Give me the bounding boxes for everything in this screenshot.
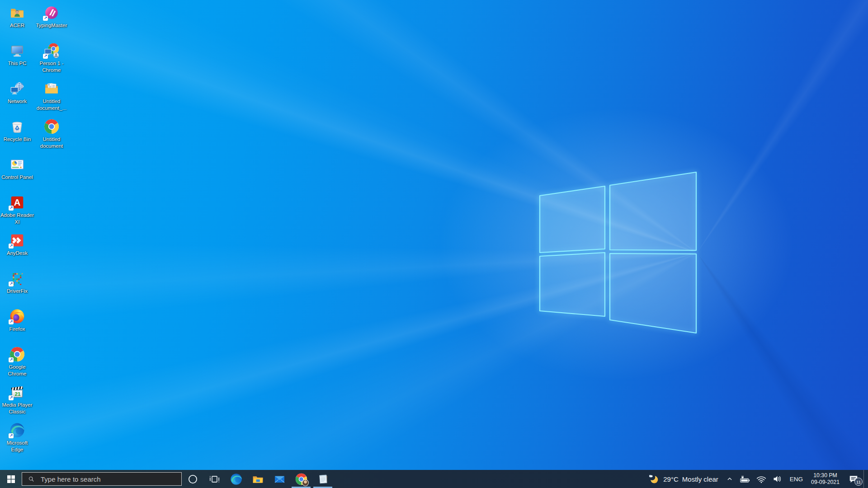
desktop-icon-label: TypingMaster xyxy=(36,22,67,29)
desktop-icon-label: ACER xyxy=(10,22,24,29)
clock[interactable]: 10:30 PM 09-09-2021 xyxy=(807,470,844,488)
weather-temperature: 29°C xyxy=(663,475,679,483)
chevron-up-icon xyxy=(725,474,735,484)
desktop-icon-label: Person 1 - Chrome xyxy=(34,60,69,73)
clock-date: 09-09-2021 xyxy=(811,479,840,486)
desktop-icon-label: Microsoft Edge xyxy=(0,440,34,453)
edge-icon xyxy=(230,473,242,485)
shortcut-arrow-icon xyxy=(9,244,14,249)
desktop-icon-google-chrome[interactable]: Google Chrome xyxy=(0,346,34,377)
doc-folder-icon xyxy=(44,81,59,96)
desktop-icon-adobe-reader[interactable]: Adobe Reader XI xyxy=(0,194,34,225)
profile-avatar-badge xyxy=(302,479,309,486)
language-indicator[interactable]: ENG xyxy=(786,470,807,488)
desktop-icon-firefox[interactable]: Firefox xyxy=(0,308,34,333)
task-view-taskbar-button[interactable] xyxy=(203,470,225,488)
mail-icon xyxy=(274,473,286,485)
shortcut-arrow-icon xyxy=(9,433,14,438)
start-button[interactable] xyxy=(0,470,22,488)
shortcut-arrow-icon xyxy=(9,395,14,400)
cortana-icon xyxy=(187,473,199,485)
desktop-icon-label: AnyDesk xyxy=(7,250,28,257)
show-hidden-icons-button[interactable] xyxy=(722,470,737,488)
desktop-icon-label: Control Panel xyxy=(1,174,33,181)
desktop-icon-typingmaster[interactable]: TypingMaster xyxy=(34,5,69,29)
desktop-icon-untitled-document-trunc[interactable]: Untitled document_... xyxy=(34,80,69,111)
desktop-icon-label: Untitled document xyxy=(34,136,69,149)
recycle-bin-icon xyxy=(9,119,25,134)
taskbar-empty-area xyxy=(334,470,643,488)
notification-count-badge: 11 xyxy=(854,478,863,486)
shortcut-arrow-icon xyxy=(43,54,48,59)
desktop-icon-network[interactable]: Network xyxy=(0,80,34,105)
desktop-icon-untitled-document[interactable]: Untitled document xyxy=(34,118,69,149)
speaker-icon xyxy=(772,473,783,485)
language-code: ENG xyxy=(790,476,803,483)
desktop-icon-label: Untitled document_... xyxy=(34,98,69,111)
show-desktop-button[interactable] xyxy=(863,470,868,488)
wifi-icon xyxy=(755,473,767,485)
taskbar: 29°C Mostly clear ENG 10:30 PM 09-09-202… xyxy=(0,470,868,488)
file-explorer-taskbar-button[interactable] xyxy=(247,470,269,488)
desktop-icon-acer[interactable]: ACER xyxy=(0,5,34,29)
volume-status[interactable] xyxy=(769,470,786,488)
desktop-icon-this-pc[interactable]: This PC xyxy=(0,42,34,67)
desktop-icon-label: DriverFix xyxy=(7,288,28,295)
network-icon xyxy=(9,81,25,96)
shortcut-arrow-icon xyxy=(9,357,14,362)
desktop[interactable]: ACER This PC Network Recycle Bin Control… xyxy=(0,0,868,488)
user-folder-icon xyxy=(9,5,25,20)
notepad-taskbar-button[interactable] xyxy=(312,470,334,488)
desktop-icon-media-player-classic[interactable]: Media Player Classic xyxy=(0,384,34,415)
weather-widget[interactable]: 29°C Mostly clear xyxy=(643,470,722,488)
shortcut-arrow-icon xyxy=(9,319,14,324)
weather-condition: Mostly clear xyxy=(682,475,718,483)
desktop-icon-microsoft-edge[interactable]: Microsoft Edge xyxy=(0,422,34,453)
battery-charging-icon xyxy=(739,473,751,485)
shortcut-arrow-icon xyxy=(43,16,48,21)
explorer-icon xyxy=(252,473,264,485)
taskbar-search[interactable] xyxy=(22,472,182,486)
edge-taskbar-button[interactable] xyxy=(225,470,247,488)
battery-status[interactable] xyxy=(737,470,753,488)
windows-start-icon xyxy=(7,475,15,483)
windows-logo xyxy=(537,170,698,336)
desktop-icon-label: Network xyxy=(8,98,27,105)
desktop-icon-label: Recycle Bin xyxy=(4,136,31,143)
taskview-icon xyxy=(208,473,221,485)
control-panel-icon xyxy=(9,157,25,172)
desktop-icon-driverfix[interactable]: DriverFix xyxy=(0,270,34,295)
notepad-icon xyxy=(317,473,329,485)
cortana-taskbar-button[interactable] xyxy=(182,470,203,488)
clock-time: 10:30 PM xyxy=(813,472,837,479)
chrome-icon xyxy=(44,119,59,134)
desktop-icon-label: Google Chrome xyxy=(0,364,34,377)
wallpaper-light-beams xyxy=(0,0,868,488)
desktop-icon-recycle-bin[interactable]: Recycle Bin xyxy=(0,118,34,143)
shortcut-arrow-icon xyxy=(9,282,14,286)
this-pc-icon xyxy=(9,43,25,58)
desktop-icons-area: ACER This PC Network Recycle Bin Control… xyxy=(0,0,72,470)
desktop-icon-control-panel[interactable]: Control Panel xyxy=(0,156,34,181)
system-tray: 29°C Mostly clear ENG 10:30 PM 09-09-202… xyxy=(643,470,868,488)
desktop-icon-label: This PC xyxy=(8,60,27,67)
network-status[interactable] xyxy=(753,470,769,488)
desktop-icon-anydesk[interactable]: AnyDesk xyxy=(0,232,34,257)
desktop-icon-label: Firefox xyxy=(9,326,25,333)
desktop-icon-label: Adobe Reader XI xyxy=(0,212,34,225)
desktop-icon-label: Media Player Classic xyxy=(0,402,34,415)
mail-taskbar-button[interactable] xyxy=(269,470,290,488)
search-input[interactable] xyxy=(40,475,181,483)
search-icon xyxy=(28,475,35,483)
moon-weather-icon xyxy=(647,473,660,485)
chrome-taskbar-button[interactable] xyxy=(290,470,312,488)
shortcut-arrow-icon xyxy=(9,206,14,211)
desktop-icon-person1-chrome[interactable]: Person 1 - Chrome xyxy=(34,42,69,73)
action-center-button[interactable]: 11 xyxy=(844,470,863,488)
